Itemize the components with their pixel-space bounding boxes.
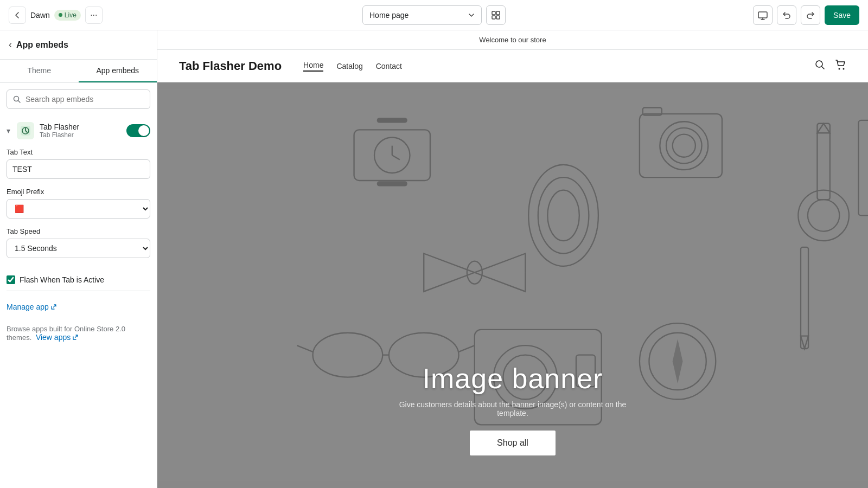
cart-action-icon[interactable] [834,59,846,73]
grid-view-button[interactable] [486,5,506,25]
store-header: Tab Flasher Demo Home Catalog Contact [157,50,868,82]
tab-speed-field: Tab Speed 1.5 Seconds 1 Second 2 Seconds… [7,227,150,258]
embed-chevron-icon[interactable]: ▾ [7,126,10,135]
svg-point-8 [816,61,822,67]
topbar-center: Home page [124,5,744,25]
svg-rect-2 [492,16,495,19]
emoji-prefix-label: Emoji Prefix [7,188,150,196]
emoji-prefix-field: Emoji Prefix 🟥 ⭐ 🔔 [7,188,150,219]
sidebar-header: ‹ App embeds [0,30,157,60]
redo-button[interactable] [801,5,820,25]
nav-home[interactable]: Home [303,61,323,72]
embed-labels: Tab Flasher Tab Flasher [40,123,121,139]
tab-speed-select[interactable]: 1.5 Seconds 1 Second 2 Seconds 3 Seconds [7,239,150,258]
field-section: Tab Text Emoji Prefix 🟥 ⭐ 🔔 Tab Speed 1.… [0,148,157,273]
embed-item-tab-flasher: ▾ Tab Flasher Tab Flasher [7,120,150,142]
store-logo: Tab Flasher Demo [179,59,282,73]
tab-app-embeds[interactable]: App embeds [79,60,157,82]
store-name: Dawn [30,11,50,20]
embed-toggle[interactable] [126,124,150,137]
emoji-prefix-select[interactable]: 🟥 ⭐ 🔔 [7,199,150,219]
undo-button[interactable] [777,5,796,25]
search-input[interactable] [25,95,144,104]
flash-checkbox[interactable] [7,275,15,284]
view-apps-link[interactable]: View apps [36,333,79,342]
svg-rect-0 [492,11,495,15]
tab-text-label: Tab Text [7,148,150,156]
manage-app-link[interactable]: Manage app [7,303,57,311]
topbar-right: Save [751,5,859,25]
svg-point-10 [843,68,845,70]
live-badge: Live [54,10,81,21]
desktop-view-button[interactable] [753,5,773,25]
search-action-icon[interactable] [814,59,826,73]
welcome-bar: Welcome to our store [157,30,868,50]
sidebar-tabs: Theme App embeds [0,60,157,83]
svg-rect-4 [758,12,767,18]
topbar-left: Dawn Live ··· [9,7,117,24]
toggle-slider [126,124,150,137]
embed-section: ▾ Tab Flasher Tab Flasher [0,113,157,148]
tab-text-field: Tab Text [7,148,150,179]
store-preview: Welcome to our store Tab Flasher Demo Ho… [157,30,868,488]
embed-app-name: Tab Flasher [40,123,121,131]
banner-content: Image banner Give customers details abou… [382,362,643,455]
welcome-text: Welcome to our store [479,36,546,44]
back-button[interactable] [9,7,26,24]
store-actions [814,59,846,73]
page-selector[interactable]: Home page [362,5,482,25]
preview-area: Welcome to our store Tab Flasher Demo Ho… [157,30,868,488]
search-wrap [0,83,157,113]
browse-text: Browse apps built for Online Store 2.0 t… [0,320,157,346]
tab-text-input[interactable] [7,159,150,179]
divider [7,291,150,291]
more-button[interactable]: ··· [85,7,103,24]
sidebar-back-icon[interactable]: ‹ [9,39,12,50]
embed-app-icon [17,122,34,139]
sidebar-title: App embeds [16,40,68,50]
page-selector-value: Home page [369,11,409,20]
nav-contact[interactable]: Contact [376,62,402,70]
tab-theme[interactable]: Theme [0,60,79,82]
flash-checkbox-row: Flash When Tab is Active [0,273,157,291]
banner-subtitle: Give customers details about the banner … [382,400,643,418]
tab-speed-label: Tab Speed [7,227,150,235]
svg-rect-3 [496,16,500,19]
store-nav: Home Catalog Contact [303,61,814,72]
search-icon [12,95,21,104]
nav-catalog[interactable]: Catalog [336,62,362,70]
image-banner: Image banner Give customers details abou… [157,82,868,488]
topbar: Dawn Live ··· Home page [0,0,868,30]
live-dot [59,13,62,17]
embed-app-sub: Tab Flasher [40,131,121,139]
sidebar: ‹ App embeds Theme App embeds ▾ [0,30,157,488]
live-label: Live [65,11,76,19]
banner-title: Image banner [382,362,643,395]
links-section: Manage app [0,298,157,320]
shop-all-button[interactable]: Shop all [470,431,556,455]
flash-label: Flash When Tab is Active [20,275,104,284]
save-button[interactable]: Save [825,5,859,25]
svg-rect-1 [496,11,500,15]
svg-point-9 [839,68,840,70]
search-box [7,89,150,109]
main-layout: ‹ App embeds Theme App embeds ▾ [0,30,868,488]
